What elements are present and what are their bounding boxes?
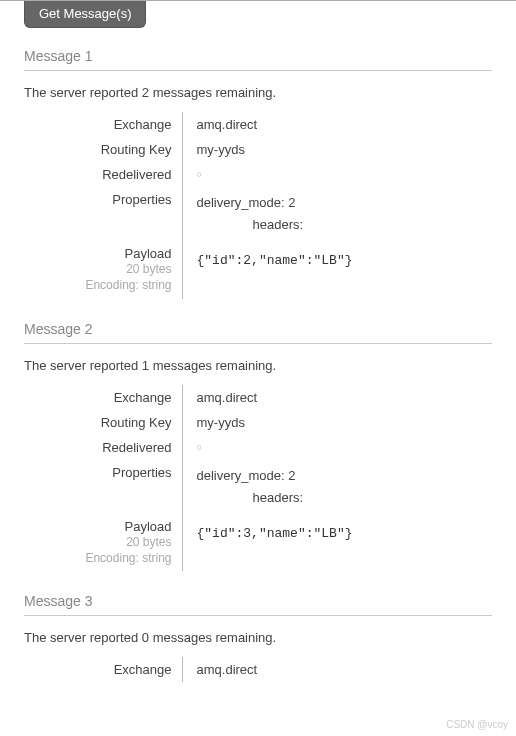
message-details-table: Exchange amq.direct Routing Key my-yyds … [24,112,353,299]
payload-label: Payload [24,246,172,261]
message-details-table: Exchange amq.direct Routing Key my-yyds … [24,385,353,572]
delivery-mode-value: 2 [288,468,295,483]
delivery-mode-label: delivery_mode: [197,468,285,483]
routing-key-label: Routing Key [24,410,182,435]
message-title: Message 3 [24,593,492,616]
remaining-count: 0 [142,630,149,645]
remaining-text: The server reported 2 messages remaining… [24,85,492,100]
payload-bytes: 20 bytes [24,534,172,550]
payload-value: {"id":3,"name":"LB"} [197,526,353,541]
message-block: Message 1 The server reported 2 messages… [24,48,492,299]
properties-label: Properties [24,460,182,514]
payload-encoding: Encoding: string [24,277,172,293]
payload-label: Payload [24,519,172,534]
exchange-label: Exchange [24,112,182,137]
redelivered-icon: ○ [197,442,202,452]
remaining-text: The server reported 0 messages remaining… [24,630,492,645]
redelivered-label: Redelivered [24,162,182,187]
redelivered-icon: ○ [197,169,202,179]
routing-key-label: Routing Key [24,137,182,162]
exchange-value: amq.direct [182,385,353,410]
payload-encoding: Encoding: string [24,550,172,566]
exchange-label: Exchange [24,657,182,682]
exchange-value: amq.direct [182,657,257,682]
headers-label: headers: [197,214,353,236]
remaining-count: 2 [142,85,149,100]
remaining-prefix: The server reported [24,358,142,373]
exchange-value: amq.direct [182,112,353,137]
redelivered-label: Redelivered [24,435,182,460]
properties-value: delivery_mode: 2 headers: [197,192,353,236]
message-title: Message 2 [24,321,492,344]
routing-key-value: my-yyds [182,137,353,162]
remaining-prefix: The server reported [24,630,142,645]
remaining-suffix: messages remaining. [149,358,276,373]
watermark: CSDN @vcoy [446,719,508,730]
delivery-mode-label: delivery_mode: [197,195,285,210]
remaining-prefix: The server reported [24,85,142,100]
remaining-suffix: messages remaining. [149,85,276,100]
properties-value: delivery_mode: 2 headers: [197,465,353,509]
remaining-suffix: messages remaining. [149,630,276,645]
exchange-label: Exchange [24,385,182,410]
delivery-mode-value: 2 [288,195,295,210]
remaining-count: 1 [142,358,149,373]
get-messages-button[interactable]: Get Message(s) [24,1,146,28]
message-block: Message 2 The server reported 1 messages… [24,321,492,572]
routing-key-value: my-yyds [182,410,353,435]
payload-bytes: 20 bytes [24,261,172,277]
headers-label: headers: [197,487,353,509]
message-details-table: Exchange amq.direct [24,657,257,682]
message-title: Message 1 [24,48,492,71]
payload-value: {"id":2,"name":"LB"} [197,253,353,268]
message-block: Message 3 The server reported 0 messages… [24,593,492,682]
properties-label: Properties [24,187,182,241]
remaining-text: The server reported 1 messages remaining… [24,358,492,373]
